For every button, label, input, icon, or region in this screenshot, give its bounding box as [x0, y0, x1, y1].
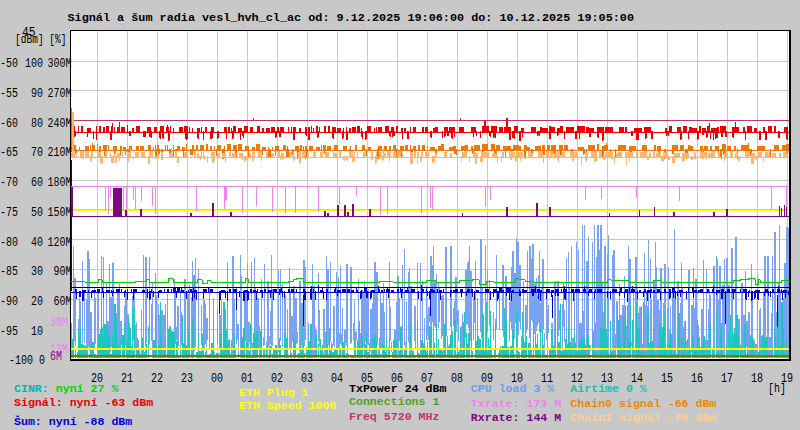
svg-text:300M: 300M — [48, 56, 72, 71]
svg-text:60M: 60M — [54, 294, 72, 309]
svg-text:6M: 6M — [50, 349, 62, 364]
svg-text:08: 08 — [451, 371, 463, 386]
svg-text:270M: 270M — [48, 86, 72, 101]
svg-text:Signál: nyní -63 dBm: Signál: nyní -63 dBm — [14, 396, 153, 409]
svg-text:Chain0 signal -66 dBm: Chain0 signal -66 dBm — [570, 397, 716, 410]
svg-text:Šum: nyní -88 dBm: Šum: nyní -88 dBm — [14, 415, 132, 428]
svg-text:-100 0: -100 0 — [9, 353, 45, 368]
svg-text:Airtime 0 %: Airtime 0 % — [570, 382, 647, 395]
svg-text:03: 03 — [301, 371, 313, 386]
svg-text:39M: 39M — [50, 315, 68, 330]
svg-text:Connections 1: Connections 1 — [349, 395, 439, 408]
svg-text:Txrate: 173 M: Txrate: 173 M — [471, 397, 561, 410]
svg-text:30: 30 — [31, 264, 43, 279]
svg-text:18: 18 — [751, 371, 763, 386]
svg-text:70: 70 — [31, 145, 43, 160]
svg-text:17: 17 — [721, 371, 733, 386]
svg-text:-75: -75 — [0, 205, 18, 220]
svg-text:Rxrate: 144 M: Rxrate: 144 M — [471, 411, 561, 424]
svg-text:100: 100 — [25, 56, 43, 71]
svg-text:Freq 5720 MHz: Freq 5720 MHz — [349, 410, 439, 423]
svg-text:ETH Speed 1000: ETH Speed 1000 — [239, 399, 336, 412]
svg-text:22: 22 — [151, 371, 163, 386]
svg-text:-70: -70 — [0, 175, 18, 190]
svg-text:120M: 120M — [48, 235, 72, 250]
svg-text:21: 21 — [121, 371, 133, 386]
svg-text:210M: 210M — [48, 145, 72, 160]
svg-text:90: 90 — [31, 86, 43, 101]
svg-text:-85: -85 — [0, 264, 18, 279]
svg-text:02: 02 — [271, 371, 283, 386]
svg-text:[h]: [h] — [768, 381, 786, 396]
svg-text:50: 50 — [31, 205, 43, 220]
svg-text:-65: -65 — [0, 145, 18, 160]
svg-text:01: 01 — [241, 371, 253, 386]
svg-text:Chain1 signal -68 dBm: Chain1 signal -68 dBm — [570, 411, 716, 424]
svg-text:180M: 180M — [48, 175, 72, 190]
svg-text:-55: -55 — [0, 86, 18, 101]
svg-text:20: 20 — [31, 294, 43, 309]
svg-text:90M: 90M — [54, 264, 72, 279]
svg-text:04: 04 — [331, 371, 343, 386]
svg-text:40: 40 — [31, 235, 43, 250]
svg-text:TxPower 24 dBm: TxPower 24 dBm — [349, 382, 446, 395]
svg-text:15: 15 — [661, 371, 673, 386]
svg-text:-90: -90 — [0, 294, 18, 309]
svg-text:60: 60 — [31, 175, 43, 190]
svg-text:ETH Plug 1: ETH Plug 1 — [239, 386, 309, 399]
svg-text:16: 16 — [691, 371, 703, 386]
svg-text:[dBm] [%]: [dBm] [%] — [15, 32, 66, 47]
svg-text:-60: -60 — [0, 116, 18, 131]
svg-text:-95: -95 — [0, 324, 18, 339]
svg-text:CINR:: CINR: — [14, 382, 49, 395]
svg-text:80: 80 — [31, 116, 43, 131]
svg-text:10: 10 — [31, 324, 43, 339]
svg-text:Signál a šum radia vesl_hvh_cl: Signál a šum radia vesl_hvh_cl_ac od: 9.… — [68, 11, 635, 24]
svg-text:-50: -50 — [0, 56, 18, 71]
svg-text:-80: -80 — [0, 235, 18, 250]
svg-text:00: 00 — [211, 371, 223, 386]
svg-text:CPU load 3 %: CPU load 3 % — [471, 382, 555, 395]
svg-text:240M: 240M — [48, 116, 72, 131]
svg-text:nyní 27 %: nyní 27 % — [56, 382, 119, 395]
svg-text:150M: 150M — [48, 205, 72, 220]
svg-text:23: 23 — [181, 371, 193, 386]
